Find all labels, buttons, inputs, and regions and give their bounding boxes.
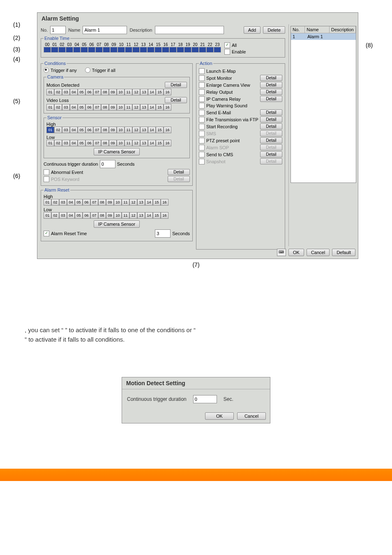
play-warn-checkbox[interactable] — [199, 103, 205, 109]
start-record-checkbox[interactable] — [199, 124, 205, 130]
relay-output-detail[interactable]: Detail — [260, 89, 282, 95]
motion-channels[interactable]: 01020304050607080910111213141516 — [46, 89, 187, 95]
sensor-group: Sensor High 0102030405060708091011121314… — [44, 115, 190, 158]
sensor-legend: Sensor — [46, 115, 62, 120]
reset-time-input[interactable] — [155, 229, 171, 238]
all-label: All — [232, 43, 237, 48]
name-label: Name — [68, 28, 80, 32]
hour-strip[interactable] — [44, 47, 221, 53]
file-ftp-checkbox[interactable] — [199, 117, 205, 123]
spot-monitor-detail[interactable]: Detail — [260, 75, 282, 81]
send-cms-detail[interactable]: Detail — [260, 151, 282, 157]
ip-cam-relay-label: IP Camera Relay — [206, 97, 241, 102]
motion-cont-trigger-input[interactable] — [193, 395, 217, 403]
send-email-checkbox[interactable] — [199, 110, 205, 116]
cancel-button[interactable]: Cancel — [307, 249, 330, 256]
callout-5: (5) — [13, 98, 20, 104]
sensor-low-label: Low — [46, 135, 187, 140]
cont-trigger-input[interactable] — [100, 160, 115, 168]
ptz-preset-checkbox[interactable] — [199, 138, 205, 143]
spot-monitor-checkbox[interactable] — [199, 75, 205, 81]
name-input[interactable] — [83, 26, 127, 34]
dialog-title: Alarm Setting — [37, 13, 358, 24]
videoloss-detail-button[interactable]: Detail — [165, 97, 187, 103]
motion-cancel-button[interactable]: Cancel — [237, 412, 266, 420]
ip-cam-relay-detail[interactable]: Detail — [260, 96, 282, 102]
motion-dialog-title: Motion Detect Setting — [122, 377, 270, 389]
pos-keyword-checkbox[interactable] — [44, 176, 49, 182]
file-ftp-label: File Transmission via FTP — [206, 117, 258, 122]
reset-time-label: Alarm Reset Time — [51, 231, 87, 236]
callout-2: (2) — [13, 35, 20, 41]
action-group: Action Launch E-Map Spot MonitorDetail E… — [196, 61, 285, 250]
file-ftp-detail[interactable]: Detail — [260, 116, 282, 123]
reset-low-label: Low — [44, 207, 190, 212]
sms-checkbox[interactable] — [199, 131, 205, 136]
sensor-low-channels[interactable]: 01020304050607080910111213141516 — [46, 140, 187, 146]
default-button[interactable]: Default — [332, 249, 355, 256]
abnormal-event-checkbox[interactable] — [44, 169, 49, 175]
play-warn-label: Play Warning Sound — [206, 103, 247, 108]
reset-high-channels[interactable]: 01020304050607080910111213141516 — [44, 199, 190, 206]
launch-emap-checkbox[interactable] — [199, 68, 205, 74]
all-checkbox[interactable] — [224, 42, 230, 48]
action-legend: Action — [199, 61, 213, 66]
alarm-list-panel: No. Name Description 1 Alarm 1 — [288, 24, 358, 246]
abnormal-detail-button[interactable]: Detail — [168, 169, 190, 175]
videoloss-channels[interactable]: 01020304050607080910111213141516 — [46, 104, 187, 111]
send-email-detail[interactable]: Detail — [260, 109, 282, 116]
ok-button[interactable]: OK — [288, 249, 304, 256]
callout-3: (3) — [13, 46, 20, 53]
list-row-desc — [332, 33, 356, 40]
start-record-detail[interactable]: Detail — [260, 123, 282, 130]
snapshot-checkbox[interactable] — [199, 159, 205, 164]
reset-time-seconds: Seconds — [172, 231, 190, 236]
send-cms-checkbox[interactable] — [199, 152, 205, 157]
callout-6: (6) — [13, 173, 20, 179]
sms-detail: Detail — [260, 130, 282, 136]
ip-cam-relay-checkbox[interactable] — [199, 96, 205, 102]
sensor-high-channels[interactable]: 01020304050607080910111213141516 — [46, 127, 187, 133]
video-loss-label: Video Loss — [46, 98, 69, 103]
alarm-sop-checkbox[interactable] — [199, 145, 205, 150]
add-button[interactable]: Add — [244, 26, 261, 34]
alarm-reset-legend: Alarm Reset — [44, 187, 70, 192]
document-text: , you can set “ ” to activate if it fall… — [25, 326, 367, 344]
list-col-desc: Description — [330, 26, 356, 33]
cont-trigger-label: Continuous trigger duration — [44, 162, 98, 166]
conditions-group: Conditions Trigger if any Tr — [41, 61, 193, 186]
enlarge-cam-detail[interactable]: Detail — [260, 82, 282, 88]
reset-low-channels[interactable]: 01020304050607080910111213141516 — [44, 212, 190, 219]
list-row-no: 1 — [291, 33, 306, 40]
enlarge-cam-label: Enlarge Camera View — [206, 83, 250, 88]
motion-sec-label: Sec. — [224, 396, 233, 402]
keyboard-icon[interactable]: ⌨ — [277, 249, 286, 256]
alarm-sop-label: Alarm SOP — [206, 145, 229, 150]
ptz-preset-detail[interactable]: Detail — [260, 137, 282, 143]
relay-output-checkbox[interactable] — [199, 89, 205, 95]
callout-1: (1) — [13, 21, 20, 28]
motion-cont-trigger-label: Continuous trigger duration — [127, 396, 187, 402]
start-record-label: Start Recording — [206, 124, 238, 129]
motion-detail-button[interactable]: Detail — [165, 82, 187, 88]
send-email-label: Send E-Mail — [206, 110, 231, 115]
motion-ok-button[interactable]: OK — [205, 412, 234, 420]
list-row[interactable]: 1 Alarm 1 — [291, 33, 356, 40]
description-input[interactable] — [155, 26, 224, 34]
ip-cam-sensor-button[interactable]: IP Camera Sensor — [94, 148, 140, 155]
cont-trigger-seconds: Seconds — [117, 162, 135, 166]
reset-time-checkbox[interactable] — [44, 231, 49, 236]
ptz-preset-label: PTZ preset point — [206, 138, 240, 143]
trigger-all-label: Trigger if all — [92, 68, 115, 73]
enable-checkbox[interactable] — [224, 49, 230, 55]
no-input[interactable] — [50, 26, 66, 34]
delete-button[interactable]: Delete — [263, 26, 285, 34]
send-cms-label: Send to CMS — [206, 152, 233, 157]
list-col-no: No. — [291, 26, 305, 33]
enlarge-cam-checkbox[interactable] — [199, 82, 205, 88]
callout-7: (7) — [25, 261, 367, 268]
reset-ip-cam-sensor-button[interactable]: IP Camera Sensor — [94, 220, 140, 228]
trigger-all-radio[interactable] — [85, 67, 90, 73]
trigger-any-radio[interactable] — [44, 67, 49, 73]
alarm-setting-dialog: Alarm Setting No. Name Description — [37, 12, 358, 259]
